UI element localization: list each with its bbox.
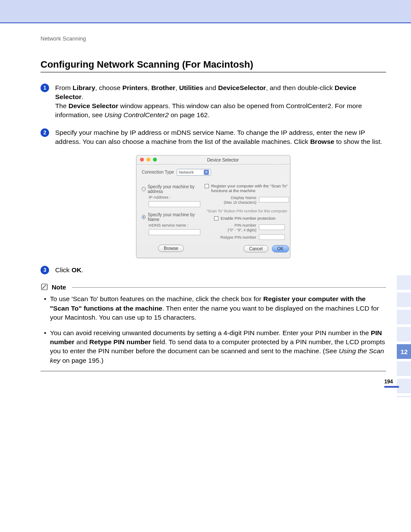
- page-title: Configuring Network Scanning (For Macint…: [40, 59, 386, 70]
- enable-pin-checkbox-row[interactable]: Enable PIN number protection: [214, 216, 289, 221]
- chapter-tab[interactable]: 12: [397, 344, 411, 359]
- pin-section-hint: "Scan To" Button PIN number for this com…: [205, 209, 289, 213]
- display-name-label: Display Name: [231, 195, 256, 200]
- step-number-1: 1: [40, 84, 49, 92]
- retype-pin-input[interactable]: [259, 234, 285, 240]
- register-checkbox-row[interactable]: Register your computer with the "Scan To…: [205, 184, 289, 193]
- radio-icon: [142, 187, 146, 191]
- step-number-2: 2: [40, 128, 49, 137]
- display-name-input[interactable]: [259, 197, 289, 202]
- zoom-icon[interactable]: [153, 158, 157, 162]
- radio-by-address-label: Specify your machine by address: [148, 184, 200, 194]
- ok-button[interactable]: OK: [272, 245, 289, 252]
- ip-address-input[interactable]: [149, 201, 200, 207]
- heading-rule: [40, 72, 386, 72]
- pin-number-hint: ("0" - "9", 4 digits): [228, 228, 256, 232]
- device-selector-dialog: Device Selector Connection Type Network …: [136, 155, 290, 258]
- retype-pin-label: Retype PIN number: [205, 235, 256, 240]
- step-number-3: 3: [40, 266, 49, 274]
- note-block: Note To use 'Scan To' button features on…: [40, 283, 386, 371]
- step-1-text: From Library, choose Printers, Brother, …: [55, 84, 386, 120]
- connection-type-value: Network: [179, 170, 194, 174]
- note-bottom-rule: [40, 371, 386, 371]
- note-label: Note: [52, 283, 66, 291]
- checkbox-icon: [205, 184, 209, 188]
- step-1: 1 From Library, choose Printers, Brother…: [40, 84, 386, 120]
- connection-type-label: Connection Type: [142, 170, 174, 174]
- display-name-hint: (Max 15 characters): [224, 200, 256, 205]
- ip-address-label: IP Address :: [149, 195, 200, 199]
- select-arrow-icon: ▾: [204, 170, 209, 175]
- radio-icon: [142, 215, 146, 219]
- close-icon[interactable]: [140, 158, 144, 162]
- note-rule: [72, 287, 386, 288]
- page-number: 194: [384, 379, 399, 388]
- note-bullet-1: To use 'Scan To' button features on the …: [44, 294, 386, 322]
- step-3: 3 Click OK.: [40, 266, 386, 275]
- note-icon: [40, 283, 48, 291]
- step-3-text: Click OK.: [55, 266, 83, 275]
- cancel-button[interactable]: Cancel: [243, 245, 268, 252]
- minimize-icon[interactable]: [146, 158, 150, 162]
- dialog-title: Device Selector: [159, 157, 286, 162]
- browse-button[interactable]: Browse: [158, 245, 184, 252]
- pin-number-label: PIN number: [234, 223, 256, 227]
- radio-by-address[interactable]: Specify your machine by address: [142, 184, 200, 194]
- mdns-input[interactable]: [149, 229, 200, 235]
- checkbox-icon: [214, 216, 218, 221]
- mdns-label: mDNS service name :: [149, 223, 200, 227]
- section-header: Network Scanning: [40, 35, 386, 42]
- radio-by-name-label: Specify your machine by Name: [148, 212, 200, 222]
- pin-number-input[interactable]: [259, 224, 285, 230]
- radio-by-name[interactable]: Specify your machine by Name: [142, 212, 200, 222]
- register-checkbox-label: Register your computer with the "Scan To…: [211, 184, 289, 193]
- step-2-text: Specify your machine by IP address or mD…: [55, 128, 386, 146]
- connection-type-select[interactable]: Network ▾: [177, 169, 211, 176]
- enable-pin-label: Enable PIN number protection: [221, 216, 275, 221]
- top-bar: [0, 0, 411, 23]
- step-2: 2 Specify your machine by IP address or …: [40, 128, 386, 146]
- note-bullet-2: You can avoid receiving unwanted documen…: [44, 328, 386, 365]
- page: Network Scanning Configuring Network Sca…: [0, 23, 411, 397]
